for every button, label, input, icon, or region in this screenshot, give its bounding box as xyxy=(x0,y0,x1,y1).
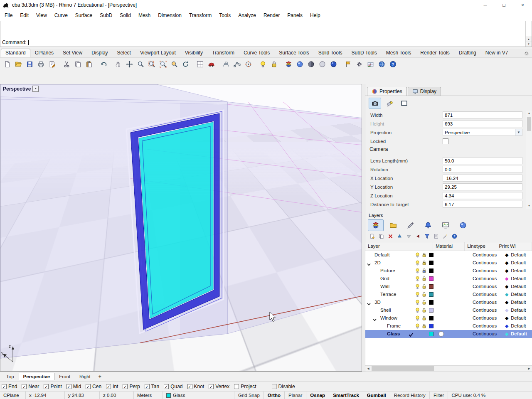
scroll-up-icon[interactable]: ▲ xyxy=(526,111,532,116)
osnap-perp[interactable]: ✓Perp xyxy=(123,384,140,389)
viewport-layout-icon[interactable] xyxy=(195,58,206,70)
rendering-panel-icon[interactable] xyxy=(455,219,471,231)
column-header-print-wi[interactable]: Print Wi xyxy=(496,242,532,251)
layer-row-3d[interactable]: 3DContinuous◆Default xyxy=(365,298,532,306)
undo-icon[interactable] xyxy=(98,58,109,70)
checkbox-icon[interactable]: ✓ xyxy=(86,384,91,389)
menu-panels[interactable]: Panels xyxy=(283,10,306,21)
toolbar-tab-mesh-tools[interactable]: Mesh Tools xyxy=(382,49,416,57)
scrollbar-thumb[interactable] xyxy=(372,366,434,371)
toggle-grid-snap[interactable]: Grid Snap xyxy=(234,392,264,399)
menu-dimension[interactable]: Dimension xyxy=(154,10,185,21)
viewport-menu-arrow-icon[interactable]: ▾ xyxy=(32,86,39,92)
viewport-title[interactable]: Perspective xyxy=(3,86,31,92)
layer-print-width[interactable]: Default xyxy=(511,298,526,306)
layer-name[interactable]: Frame xyxy=(387,322,401,330)
layer-color-swatch[interactable] xyxy=(429,292,433,297)
osnap-end[interactable]: ✓End xyxy=(2,384,17,389)
menu-tools[interactable]: Tools xyxy=(215,10,234,21)
command-history[interactable] xyxy=(0,21,526,38)
layer-print-width[interactable]: Default xyxy=(511,283,526,291)
layers-tab-icon[interactable] xyxy=(368,219,384,231)
prop-select-projection[interactable]: Perspective▼ xyxy=(443,129,522,136)
osnap-tan[interactable]: ✓Tan xyxy=(145,384,159,389)
prop-value-height[interactable]: 693 xyxy=(443,120,522,127)
viewport-tab-right[interactable]: Right xyxy=(75,373,95,380)
layer-row-glass[interactable]: GlassContinuous◆Default xyxy=(365,330,532,338)
open-file-icon[interactable] xyxy=(13,58,24,70)
earth-icon[interactable] xyxy=(376,58,387,70)
checkbox-icon[interactable]: ✓ xyxy=(123,384,128,389)
toolbar-tab-set-view[interactable]: Set View xyxy=(58,49,87,57)
lamp-icon[interactable] xyxy=(257,58,268,70)
layer-name[interactable]: Shell xyxy=(380,306,391,314)
zoom-window-icon[interactable] xyxy=(146,58,158,70)
viewport-tab-front[interactable]: Front xyxy=(54,373,75,380)
osnap-int[interactable]: ✓Int xyxy=(106,384,118,389)
layers-icon[interactable] xyxy=(283,58,294,70)
toolbar-tab-visibility[interactable]: Visibility xyxy=(180,49,207,57)
display-mode-properties-button[interactable] xyxy=(398,98,410,108)
checkbox-icon[interactable]: ✓ xyxy=(106,384,111,389)
toggle-filter[interactable]: Filter xyxy=(430,392,448,399)
layer-linetype[interactable]: Continuous xyxy=(473,314,497,322)
notifications-bell-icon[interactable] xyxy=(420,219,436,231)
tab-display[interactable]: Display xyxy=(408,87,441,96)
prop-value-y-location[interactable]: 29.25 xyxy=(443,183,522,190)
layer-color-swatch[interactable] xyxy=(429,276,433,281)
control-points-icon[interactable] xyxy=(232,58,243,70)
scroll-right-icon[interactable]: ▶ xyxy=(526,366,532,371)
toolbar-tab-cplanes[interactable]: CPlanes xyxy=(30,49,58,57)
maximize-button[interactable]: □ xyxy=(495,0,513,10)
properties-scrollbar[interactable]: ▲ ▼ xyxy=(526,111,532,209)
collapse-all-icon[interactable] xyxy=(414,232,422,240)
layer-print-width[interactable]: Default xyxy=(511,291,526,298)
checkbox-icon[interactable] xyxy=(272,384,277,389)
match-layer-icon[interactable] xyxy=(432,232,440,240)
layer-name[interactable]: Grid xyxy=(380,275,389,283)
layer-row-grid[interactable]: GridContinuous◆Default xyxy=(365,275,532,283)
cut-icon[interactable] xyxy=(61,58,72,70)
points-on-icon[interactable] xyxy=(243,58,254,70)
layer-color-swatch[interactable] xyxy=(429,332,433,336)
toggle-gumball[interactable]: Gumball xyxy=(363,392,390,399)
menu-surface[interactable]: Surface xyxy=(71,10,96,21)
column-header-material[interactable]: Material xyxy=(433,242,465,251)
scroll-left-icon[interactable]: ◀ xyxy=(365,366,371,371)
checkbox-icon[interactable]: ✓ xyxy=(145,384,150,389)
layer-color-swatch[interactable] xyxy=(429,284,433,289)
layers-horizontal-scrollbar[interactable]: ◀ ▶ xyxy=(365,365,532,372)
osnap-mid[interactable]: ✓Mid xyxy=(66,384,81,389)
layer-linetype[interactable]: Continuous xyxy=(473,283,497,291)
layer-linetype[interactable]: Continuous xyxy=(473,275,497,283)
checkbox-icon[interactable]: ✓ xyxy=(209,384,214,389)
osnap-disable[interactable]: Disable xyxy=(272,384,295,389)
layer-linetype[interactable]: Continuous xyxy=(473,298,497,306)
toolbar-tab-display[interactable]: Display xyxy=(87,49,112,57)
menu-solid[interactable]: Solid xyxy=(116,10,135,21)
filter-layers-icon[interactable] xyxy=(423,232,431,240)
prop-checkbox-locked[interactable] xyxy=(443,138,448,144)
visibility-icon[interactable] xyxy=(206,58,217,70)
layer-color-swatch[interactable] xyxy=(429,308,433,313)
checkbox-icon[interactable]: ✓ xyxy=(164,384,169,389)
layer-print-width[interactable]: Default xyxy=(511,267,526,275)
print-icon[interactable] xyxy=(35,58,47,70)
layer-name[interactable]: 3D xyxy=(374,298,381,306)
layer-print-width[interactable]: Default xyxy=(511,275,526,283)
toolbar-tab-select[interactable]: Select xyxy=(113,49,135,57)
checkbox-icon[interactable]: ✓ xyxy=(66,384,71,389)
scroll-down-icon[interactable]: ▼ xyxy=(526,42,532,47)
osnap-flag-icon[interactable] xyxy=(342,58,354,70)
osnap-knot[interactable]: ✓Knot xyxy=(187,384,204,389)
status-cplane[interactable]: CPlane xyxy=(0,392,26,399)
layers-help-icon[interactable]: ? xyxy=(450,232,458,240)
layer-row-shell[interactable]: ShellContinuous◆Default xyxy=(365,306,532,314)
ghosted-sphere-icon[interactable] xyxy=(317,58,328,70)
layer-print-width[interactable]: Default xyxy=(511,259,526,267)
rendered-sphere-icon[interactable] xyxy=(328,58,339,70)
pan-icon[interactable] xyxy=(113,58,124,70)
layer-linetype[interactable]: Continuous xyxy=(473,330,497,338)
close-button[interactable]: × xyxy=(513,0,532,10)
lock-objects-icon[interactable] xyxy=(268,58,280,70)
